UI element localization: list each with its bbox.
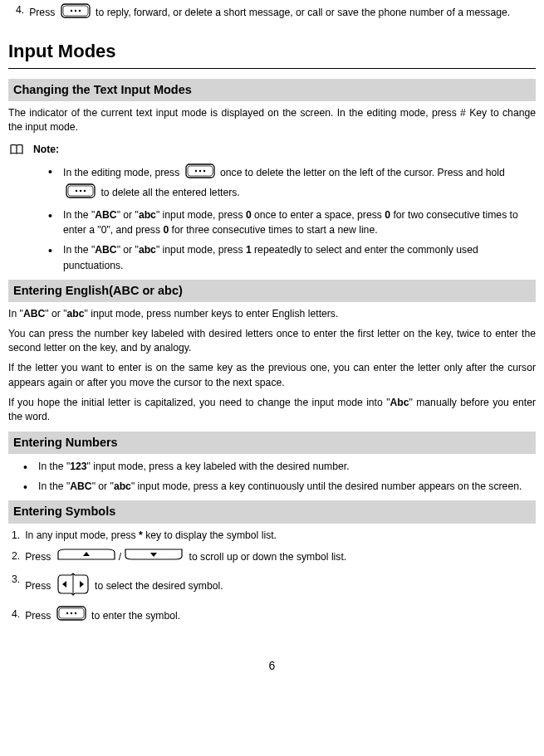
text: " or " — [92, 480, 114, 492]
divider — [8, 68, 536, 69]
dots-key-icon — [66, 183, 96, 202]
text: to enter the symbol. — [91, 610, 180, 622]
text-bold: ABC — [70, 480, 91, 492]
left-right-key-icon — [56, 573, 90, 601]
step-number: 2. — [12, 548, 20, 566]
text: to scroll up or down the symbol list. — [189, 551, 347, 563]
text-bold: abc — [139, 244, 156, 256]
para: If the letter you want to enter is on th… — [8, 361, 536, 390]
step-text: Press to reply, forward, or delete a sho… — [29, 3, 536, 23]
text-bold: ABC — [23, 308, 45, 319]
step-2: 2. Press / to scroll up or down the symb… — [12, 548, 536, 568]
svg-point-8 — [198, 170, 200, 172]
page-number: 6 — [8, 657, 536, 674]
text-bold: 0 — [246, 209, 252, 221]
text-prefix: Press — [29, 7, 58, 18]
para: In "ABC" or "abc" input mode, press numb… — [8, 307, 536, 322]
svg-point-20 — [75, 612, 76, 614]
symbols-steps: 1. In any input mode, press * key to dis… — [8, 529, 536, 627]
text: key to display the symbol list. — [143, 529, 277, 541]
text-suffix: to reply, forward, or delete a short mes… — [96, 7, 510, 18]
text: In the " — [63, 209, 95, 221]
svg-point-4 — [79, 10, 81, 12]
text-bold: Abc — [390, 397, 409, 408]
text-bold: ABC — [95, 244, 116, 256]
step-4: 4. Press to enter the symbol. — [12, 606, 536, 627]
note-bullet-2: In the "ABC" or "abc" input mode, press … — [48, 207, 536, 238]
bullet-abc: In the "ABC" or "abc" input mode, press … — [23, 479, 536, 494]
numbers-bullets: In the "123" input mode, press a key lab… — [8, 459, 536, 495]
note-bullets: In the editing mode, press once to delet… — [8, 163, 536, 273]
heading-input-modes: Input Modes — [8, 38, 536, 65]
svg-point-9 — [203, 170, 204, 172]
svg-point-12 — [76, 189, 77, 191]
text: In the " — [38, 461, 70, 472]
text-bold: abc — [139, 209, 156, 221]
para: If you hope the initial letter is capita… — [8, 396, 536, 425]
step-number: 4. — [16, 3, 24, 18]
text: Press — [25, 610, 54, 622]
heading-entering-symbols: Entering Symbols — [8, 500, 536, 523]
text: to delete all the entered letters. — [100, 186, 239, 198]
step-text: Press to enter the symbol. — [25, 606, 536, 627]
svg-point-19 — [71, 612, 72, 614]
book-icon — [10, 142, 23, 159]
step-text: Press / to scroll up or down the symbol … — [25, 548, 536, 568]
up-key-icon — [56, 548, 116, 568]
text: " input mode, press — [156, 209, 246, 221]
heading-changing-modes: Changing the Text Input Modes — [8, 79, 536, 101]
text: In " — [8, 308, 23, 319]
down-key-icon — [124, 548, 184, 568]
step-4-line: 4. Press to reply, forward, or delete a … — [8, 3, 536, 23]
text: for three consecutive times to start a n… — [169, 224, 377, 236]
dots-key-icon — [185, 163, 215, 183]
slash-separator: / — [119, 551, 121, 563]
text: If you hope the initial letter is capita… — [8, 397, 390, 408]
text: " input mode, press a key continuously u… — [131, 480, 522, 492]
text: Press — [25, 580, 54, 592]
heading-entering-english: Entering English(ABC or abc) — [8, 280, 536, 302]
svg-point-7 — [194, 170, 196, 172]
text: " or " — [117, 209, 139, 221]
step-text: In any input mode, press * key to displa… — [25, 529, 536, 544]
bullet-123: In the "123" input mode, press a key lab… — [23, 459, 536, 474]
text: In any input mode, press — [25, 529, 139, 541]
note-bullet-1: In the editing mode, press once to delet… — [48, 163, 536, 202]
text: once to enter a space, press — [252, 209, 385, 221]
dots-key-icon — [56, 606, 86, 627]
step-number: 1. — [12, 529, 20, 544]
step-1: 1. In any input mode, press * key to dis… — [12, 529, 536, 544]
para: You can press the number key labeled wit… — [8, 327, 536, 356]
text: " or " — [45, 308, 66, 319]
note-label: Note: — [33, 143, 59, 158]
text: In the editing mode, press — [63, 167, 183, 178]
note-bullet-3: In the "ABC" or "abc" input mode, press … — [48, 242, 536, 273]
text: In the " — [63, 244, 95, 256]
step-3: 3. Press to select the desired symbol. — [12, 573, 536, 601]
text: In the " — [38, 480, 70, 492]
svg-point-14 — [84, 189, 86, 191]
step-number: 4. — [12, 606, 20, 624]
text-bold: abc — [114, 480, 131, 492]
text-bold: 123 — [70, 461, 86, 472]
text: " input mode, press — [156, 244, 246, 256]
text: " or " — [117, 244, 139, 256]
para-indicator: The indicator of the current text input … — [8, 106, 536, 135]
step-number: 3. — [12, 573, 20, 588]
note-row: Note: — [10, 142, 536, 159]
text: Press — [25, 551, 54, 563]
text-bold: 0 — [385, 209, 390, 221]
svg-point-2 — [71, 10, 72, 12]
text-bold: ABC — [95, 209, 116, 221]
step-text: Press to select the desired symbol. — [25, 573, 536, 601]
svg-point-3 — [75, 10, 76, 12]
text-bold: abc — [67, 308, 85, 319]
svg-point-13 — [80, 189, 81, 191]
heading-entering-numbers: Entering Numbers — [8, 432, 536, 454]
svg-point-18 — [66, 612, 68, 614]
text: once to delete the letter on the left of… — [220, 167, 505, 178]
text: " input mode, press a key labeled with t… — [87, 461, 350, 472]
text-bold: 1 — [246, 244, 252, 256]
dots-key-icon — [61, 3, 91, 23]
text: " input mode, press number keys to enter… — [85, 308, 339, 319]
